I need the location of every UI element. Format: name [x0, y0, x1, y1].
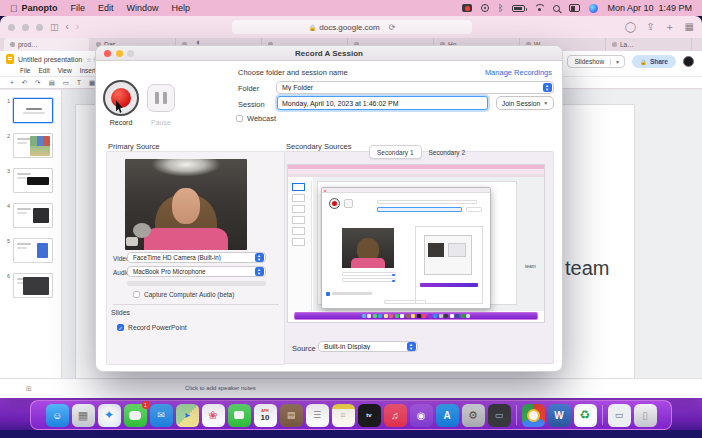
slides-menu-insert[interactable]: Insert	[80, 67, 96, 74]
bluetooth-icon[interactable]: ᛒ	[498, 4, 503, 12]
toolbar-icon-0[interactable]: +	[10, 79, 14, 86]
slide-thumbnail-4[interactable]	[13, 203, 53, 228]
slide-number: 5	[4, 238, 10, 263]
slide-thumbnail-3[interactable]	[13, 168, 53, 193]
menu-edit[interactable]: Edit	[98, 3, 114, 13]
siri-icon[interactable]	[589, 4, 598, 13]
slideshow-dropdown-icon[interactable]: ▼	[610, 59, 624, 65]
tab-overview-icon[interactable]: ▦	[685, 22, 694, 32]
dock-tv-icon[interactable]: tv	[358, 404, 381, 427]
dock-panopto-icon[interactable]: ♻	[574, 404, 597, 427]
dock-calendar-icon[interactable]: 10	[254, 404, 277, 427]
session-name-input[interactable]: Monday, April 10, 2023 at 1:46:02 PM	[277, 96, 488, 110]
slide-thumbnail-6[interactable]	[13, 273, 53, 298]
slides-menu-file[interactable]: File	[20, 67, 30, 74]
dock-screen-share-icon[interactable]: ▭	[608, 404, 631, 427]
new-tab-icon[interactable]: ＋	[665, 22, 675, 32]
join-session-button[interactable]: Join Session ▼	[496, 96, 554, 110]
mini-slide-text: team	[525, 263, 536, 269]
notes-placeholder[interactable]: Click to add speaker notes	[185, 385, 256, 391]
dock-system-settings-icon[interactable]: ⚙	[462, 404, 485, 427]
folder-select[interactable]: My Folder ▲▼	[276, 81, 554, 94]
menu-panopto[interactable]: Panopto	[22, 3, 58, 13]
dock-facetime-icon[interactable]	[228, 404, 251, 427]
record-powerpoint-row[interactable]: ✓ Record PowerPoint	[117, 324, 187, 331]
dock-notes-icon[interactable]: ≡	[332, 404, 355, 427]
share-button[interactable]: 🔒 Share	[632, 55, 676, 68]
account-avatar[interactable]	[683, 56, 694, 67]
webcast-checkbox-row[interactable]: Webcast	[236, 114, 276, 123]
refresh-icon[interactable]: ⟳	[389, 23, 396, 32]
dock-reminders-icon[interactable]: ☰	[306, 404, 329, 427]
messages-badge: 1	[142, 401, 150, 409]
window-zoom-button[interactable]	[36, 24, 43, 31]
video-source-select[interactable]: FaceTime HD Camera (Built-in) ▲▼	[127, 252, 266, 263]
dock-trash-icon[interactable]: ▯	[634, 404, 657, 427]
share-icon[interactable]: ⇪	[646, 22, 654, 32]
wifi-icon[interactable]	[534, 4, 544, 12]
menubar-clock[interactable]: Mon Apr 10 1:49 PM	[607, 3, 692, 13]
dock-finder-icon[interactable]: ☺	[46, 404, 69, 427]
toolbar-icon-4[interactable]: ▭	[63, 79, 69, 87]
display-source-select[interactable]: Built-in Display ▲▼	[318, 341, 418, 352]
dock-music-icon[interactable]: ♫	[384, 404, 407, 427]
slide-text[interactable]: team	[565, 257, 609, 280]
slide-thumbnail-1[interactable]	[13, 98, 53, 123]
dock-word-icon[interactable]: W	[548, 404, 571, 427]
browser-tab-8[interactable]: La…	[606, 38, 692, 51]
dock-safari-icon[interactable]: ✦	[98, 404, 121, 427]
capture-audio-row[interactable]: Capture Computer Audio (beta)	[133, 291, 234, 298]
downloads-icon[interactable]: ◯	[625, 22, 636, 32]
dock-photos-icon[interactable]: ❀	[202, 404, 225, 427]
dock-capture-icon[interactable]: ▭	[488, 404, 511, 427]
slides-menu-view[interactable]: View	[58, 67, 72, 74]
dock-app-store-icon[interactable]: A	[436, 404, 459, 427]
record-powerpoint-checkbox[interactable]: ✓	[117, 324, 124, 331]
toolbar-icon-3[interactable]: ▤	[49, 79, 55, 87]
manage-recordings-link[interactable]: Manage Recordings	[485, 68, 552, 77]
recording-indicator-icon[interactable]	[462, 4, 472, 12]
dock-podcasts-icon[interactable]: ◉	[410, 404, 433, 427]
sidebar-toggle-icon[interactable]: ◫	[50, 22, 59, 32]
menu-window[interactable]: Window	[127, 3, 159, 13]
dock-chrome-icon[interactable]	[522, 404, 545, 427]
browser-tab-1[interactable]: prod…	[4, 38, 90, 51]
speaker-notes-bar[interactable]: ⊞ Click to add speaker notes	[0, 378, 702, 398]
slide-number: 1	[4, 98, 10, 123]
toolbar-icon-1[interactable]: ↶	[22, 79, 27, 87]
macos-menubar:  PanoptoFileEditWindowHelp ᛒ Mon Apr 10…	[0, 0, 702, 16]
menu-help[interactable]: Help	[172, 3, 191, 13]
dock-launchpad-icon[interactable]: ▦	[72, 404, 95, 427]
tab-secondary-2[interactable]: Secondary 2	[422, 145, 473, 159]
slideshow-button[interactable]: Slideshow ▼	[567, 55, 625, 68]
battery-icon[interactable]	[512, 5, 525, 12]
dock-mail-icon[interactable]: ✉	[150, 404, 173, 427]
search-icon[interactable]	[553, 5, 560, 12]
doc-title[interactable]: Untitled presentation	[18, 56, 82, 63]
pause-button[interactable]	[147, 84, 175, 112]
dock-messages-icon[interactable]: 1	[124, 404, 147, 427]
dock-contacts-icon[interactable]: ▤	[280, 404, 303, 427]
notes-layout-icon[interactable]: ⊞	[26, 385, 32, 393]
target-icon[interactable]	[481, 4, 489, 12]
forward-button[interactable]: ›	[76, 22, 79, 32]
slides-menu-edit[interactable]: Edit	[38, 67, 49, 74]
capture-audio-checkbox[interactable]	[133, 291, 140, 298]
dock-maps-icon[interactable]: ➤	[176, 404, 199, 427]
menu-file[interactable]: File	[71, 3, 86, 13]
address-bar[interactable]: 🔒 docs.google.com ⟳	[232, 20, 472, 34]
toolbar-icon-5[interactable]: T	[77, 79, 81, 86]
back-button[interactable]: ‹	[66, 22, 69, 32]
webcast-checkbox[interactable]	[236, 115, 243, 122]
toolbar-icon-2[interactable]: ↷	[35, 79, 40, 87]
window-minimize-button[interactable]	[22, 24, 29, 31]
slide-thumbnail-2[interactable]	[13, 133, 53, 158]
join-dropdown-icon[interactable]: ▼	[543, 100, 548, 106]
tab-secondary-1[interactable]: Secondary 1	[369, 145, 422, 159]
dialog-titlebar[interactable]: Record A Session	[96, 46, 562, 61]
slide-thumbnail-5[interactable]	[13, 238, 53, 263]
display-icon[interactable]	[569, 4, 580, 12]
window-close-button[interactable]	[8, 24, 15, 31]
audio-source-select[interactable]: MacBook Pro Microphone ▲▼	[127, 266, 266, 277]
apple-menu-icon[interactable]: 	[10, 3, 18, 14]
